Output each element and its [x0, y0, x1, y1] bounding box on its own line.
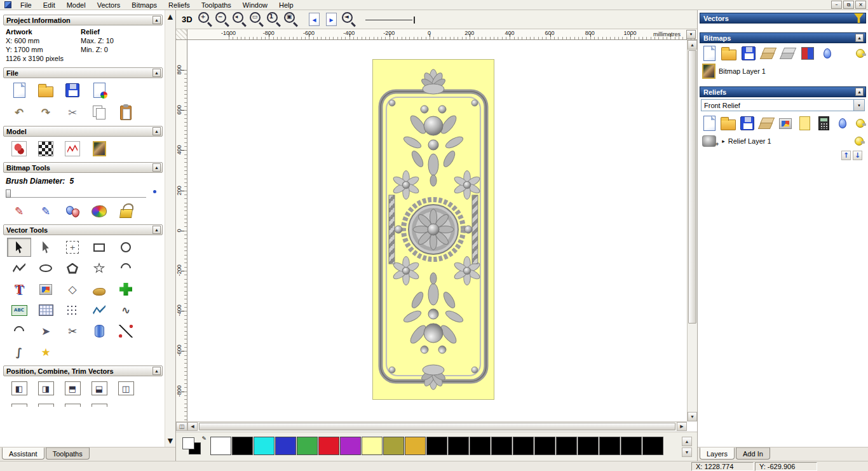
relief-selector-combo[interactable]: Front Relief ▼ — [701, 99, 865, 111]
scroll-down-icon[interactable]: ▼ — [688, 412, 697, 421]
drawing-canvas[interactable] — [187, 40, 687, 421]
collapse-section-icon[interactable]: ▲ — [153, 69, 161, 77]
line-width-slider[interactable] — [365, 15, 416, 24]
canvas-vertical-scrollbar[interactable]: ▲ ▼ — [687, 40, 697, 421]
colour-swatch[interactable] — [448, 437, 469, 455]
create-polyline-icon[interactable] — [7, 259, 31, 278]
model-bitmap-icon[interactable] — [87, 139, 111, 158]
menu-item[interactable]: Toolpaths — [196, 1, 237, 10]
panel-tab[interactable]: Add In — [736, 447, 770, 460]
open-relief-layer-icon[interactable] — [720, 115, 736, 132]
trim-vectors-icon[interactable]: ✂ — [60, 322, 85, 341]
create-ellipse-icon[interactable] — [34, 259, 58, 278]
section-vector-icon[interactable]: ∫ — [7, 343, 31, 362]
import-model-icon[interactable] — [87, 81, 111, 100]
align-top-icon[interactable]: ⬒ — [60, 379, 85, 398]
save-bitmap-layer-icon[interactable] — [740, 45, 757, 62]
redo-icon[interactable]: ↷ — [34, 103, 58, 122]
previous-view-icon[interactable]: ◂ — [306, 11, 323, 28]
colour-swatch[interactable] — [318, 437, 339, 455]
primary-secondary-colour-swatch[interactable]: ✎ — [180, 437, 208, 456]
flood-fill-icon[interactable] — [60, 201, 85, 221]
open-bitmap-layer-icon[interactable] — [721, 45, 737, 62]
scroll-left-icon[interactable]: ◀ — [187, 422, 198, 431]
group-vectors-icon[interactable]: ◲ — [60, 401, 85, 407]
create-diamond-icon[interactable]: ◇ — [60, 280, 85, 299]
centre-in-page-icon[interactable]: ◰ — [7, 401, 31, 407]
stl-model-icon[interactable] — [60, 139, 85, 158]
view-3d-button[interactable]: 3D — [182, 13, 196, 25]
greyscale-model-icon[interactable] — [34, 139, 58, 158]
zoom-window-icon[interactable]: ▭ — [248, 11, 265, 28]
block-copy-icon[interactable] — [114, 280, 138, 299]
new-model-icon[interactable] — [7, 81, 31, 100]
align-right-icon[interactable]: ◨ — [34, 379, 58, 398]
next-view-icon[interactable]: ▸ — [323, 11, 340, 28]
join-vectors-icon[interactable]: ➤ — [34, 322, 58, 341]
create-text-icon[interactable]: T — [7, 280, 31, 299]
open-model-icon[interactable] — [34, 81, 58, 100]
collapse-section-icon[interactable]: ▲ — [153, 367, 161, 375]
distribute-vectors-icon[interactable]: ◱ — [34, 401, 58, 407]
pan-view-icon[interactable]: ◄ — [341, 11, 357, 28]
colour-swatch[interactable] — [426, 437, 447, 455]
brush-diameter-slider[interactable] — [6, 188, 146, 198]
undo-icon[interactable]: ↶ — [7, 103, 31, 122]
duplicate-relief-layer-icon[interactable] — [758, 115, 775, 132]
colour-swatch[interactable] — [642, 437, 663, 455]
create-circle-icon[interactable] — [114, 238, 138, 257]
minimize-button[interactable]: – — [831, 1, 842, 9]
colour-swatch[interactable] — [491, 437, 512, 455]
ruler-unit-dropdown-icon[interactable]: ▼ — [686, 30, 696, 39]
relief-notes-icon[interactable] — [796, 115, 813, 132]
relief-calculator-icon[interactable] — [815, 115, 832, 132]
align-bottom-icon[interactable]: ⬓ — [87, 379, 111, 398]
distort-vectors-icon[interactable] — [34, 301, 58, 320]
colour-swatch[interactable] — [340, 437, 361, 455]
smooth-vectors-icon[interactable]: ∿ — [114, 301, 138, 320]
select-vectors-icon[interactable] — [7, 238, 31, 257]
fit-curve-icon[interactable] — [87, 301, 111, 320]
artwork-panel[interactable] — [373, 60, 494, 399]
panel-tab[interactable]: Toolpaths — [46, 447, 90, 460]
offset-vectors-icon[interactable] — [87, 280, 111, 299]
canvas-horizontal-scrollbar[interactable]: ◫ ◀ ▶ — [176, 421, 687, 431]
bitmap-layer-row[interactable]: Bitmap Layer 1 — [700, 64, 866, 79]
text-on-curve-icon[interactable] — [34, 280, 58, 299]
set-model-size-icon[interactable] — [7, 139, 31, 158]
paste-icon[interactable] — [114, 103, 138, 122]
menu-item[interactable]: Window — [237, 1, 273, 10]
save-model-icon[interactable] — [60, 81, 85, 100]
text-in-box-icon[interactable]: ABC — [7, 301, 31, 320]
vectors-filter-icon[interactable] — [854, 13, 864, 23]
paint-icon[interactable]: ✎ — [7, 201, 31, 221]
colour-reduce-icon[interactable] — [799, 45, 816, 62]
canvas-corner-button[interactable]: ◫ — [176, 422, 187, 431]
wrap-vectors-icon[interactable]: ★ — [34, 343, 58, 362]
paste-array-icon[interactable]: ◳ — [87, 401, 111, 407]
scroll-up-icon[interactable]: ▲ — [688, 40, 697, 50]
assistant-scrollbar[interactable]: ▲ ▼ — [165, 10, 175, 447]
dropdown-arrow-icon[interactable]: ▼ — [853, 100, 864, 111]
zoom-in-icon[interactable]: + — [197, 11, 214, 28]
panel-tab[interactable]: Assistant — [2, 447, 44, 460]
menu-item[interactable]: Vectors — [92, 1, 126, 10]
collapse-section-icon[interactable]: ▲ — [153, 16, 161, 24]
create-arc-icon[interactable] — [114, 259, 138, 278]
close-button[interactable]: × — [855, 1, 866, 9]
node-editing-icon[interactable] — [34, 238, 58, 257]
colour-swatch[interactable] — [405, 437, 426, 455]
copy-icon[interactable] — [87, 103, 111, 122]
colour-swatch[interactable] — [578, 437, 599, 455]
merge-relief-layers-icon[interactable] — [777, 115, 794, 132]
align-left-icon[interactable]: ◧ — [7, 379, 31, 398]
new-relief-layer-icon[interactable] — [701, 115, 717, 132]
move-layer-up-icon[interactable]: ↑ — [841, 151, 851, 160]
collapse-section-icon[interactable]: ▲ — [153, 127, 161, 135]
relief-layer-row[interactable]: + ▸ Relief Layer 1 — [700, 133, 866, 149]
scrollbar-thumb[interactable] — [688, 50, 696, 324]
greyscale-bitmap-icon[interactable] — [819, 45, 836, 62]
menu-item[interactable]: Help — [273, 1, 299, 10]
nest-label[interactable]: Nes — [114, 401, 138, 407]
scrollbar-thumb[interactable] — [199, 423, 675, 430]
